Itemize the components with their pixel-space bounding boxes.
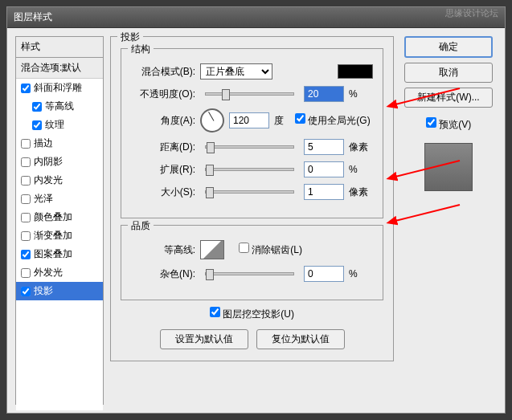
antialias-checkbox[interactable]: 消除锯齿(L) <box>239 243 302 257</box>
style-label: 光泽 <box>34 192 53 206</box>
distance-unit: 像素 <box>349 141 373 154</box>
quality-fieldset: 品质 等高线: 消除锯齿(L) 杂色(N): % <box>121 225 383 300</box>
style-item[interactable]: 投影 <box>16 282 103 300</box>
style-label: 颜色叠加 <box>34 210 72 224</box>
style-item[interactable]: 内发光 <box>16 171 103 190</box>
noise-label: 杂色(N): <box>131 267 195 281</box>
angle-unit: 度 <box>274 114 284 128</box>
style-label: 等高线 <box>45 100 74 113</box>
set-default-button[interactable]: 设置为默认值 <box>160 329 248 349</box>
cancel-button[interactable]: 取消 <box>404 63 493 83</box>
opacity-input[interactable] <box>304 86 344 102</box>
size-input[interactable] <box>304 184 344 200</box>
style-label: 内发光 <box>34 173 63 187</box>
style-item[interactable]: 图案叠加 <box>16 245 103 263</box>
style-checkbox[interactable] <box>21 139 31 149</box>
style-checkbox[interactable] <box>21 157 31 167</box>
knockout-checkbox[interactable]: 图层挖空投影(U) <box>210 308 294 320</box>
size-slider[interactable] <box>205 190 294 194</box>
style-checkbox[interactable] <box>32 102 42 112</box>
style-label: 渐变叠加 <box>34 229 72 243</box>
style-checkbox[interactable] <box>21 250 31 259</box>
dialog-title: 图层样式 <box>14 11 52 22</box>
style-item[interactable]: 内阴影 <box>16 153 103 171</box>
opacity-slider[interactable] <box>205 92 294 96</box>
contour-label: 等高线: <box>131 243 195 257</box>
style-checkbox[interactable] <box>21 268 31 278</box>
styles-header: 样式 <box>16 37 103 58</box>
opacity-label: 不透明度(O): <box>131 88 195 101</box>
style-item[interactable]: 斜面和浮雕 <box>16 79 103 97</box>
style-item[interactable]: 描边 <box>16 134 103 153</box>
style-checkbox[interactable] <box>21 176 31 186</box>
blend-mode-select[interactable]: 正片叠底 <box>200 63 272 80</box>
style-list: 斜面和浮雕等高线纹理描边内阴影内发光光泽颜色叠加渐变叠加图案叠加外发光投影 <box>16 79 103 410</box>
right-panel: 确定 取消 新建样式(W)... 预览(V) <box>400 36 497 405</box>
spread-input[interactable] <box>304 161 344 177</box>
style-label: 纹理 <box>45 118 64 132</box>
angle-label: 角度(A): <box>131 114 195 128</box>
structure-fieldset: 结构 混合模式(B): 正片叠底 不透明度(O): % 角度 <box>121 48 383 218</box>
style-item[interactable]: 外发光 <box>16 263 103 282</box>
blend-options[interactable]: 混合选项:默认 <box>16 58 103 79</box>
noise-slider[interactable] <box>205 272 294 275</box>
spread-label: 扩展(R): <box>131 163 195 177</box>
style-checkbox[interactable] <box>21 213 31 222</box>
blend-mode-label: 混合模式(B): <box>131 65 195 79</box>
angle-dial[interactable] <box>200 108 224 133</box>
spread-unit: % <box>349 164 373 175</box>
shadow-fieldset: 投影 结构 混合模式(B): 正片叠底 不透明度(O): % <box>110 36 394 361</box>
contour-picker[interactable] <box>200 240 224 259</box>
new-style-button[interactable]: 新建样式(W)... <box>404 88 493 108</box>
structure-title: 结构 <box>128 43 154 56</box>
layer-style-dialog: 思缘设计论坛 图层样式 样式 混合选项:默认 斜面和浮雕等高线纹理描边内阴影内发… <box>6 6 506 414</box>
distance-label: 距离(D): <box>131 141 195 154</box>
style-item[interactable]: 光泽 <box>16 190 103 208</box>
shadow-color-swatch[interactable] <box>338 64 373 79</box>
ok-button[interactable]: 确定 <box>404 36 493 58</box>
opacity-unit: % <box>349 88 373 100</box>
distance-input[interactable] <box>304 139 344 155</box>
style-checkbox[interactable] <box>21 84 31 93</box>
spread-slider[interactable] <box>205 168 294 171</box>
style-item[interactable]: 纹理 <box>16 116 103 134</box>
shadow-panel: 投影 结构 混合模式(B): 正片叠底 不透明度(O): % <box>110 36 394 405</box>
style-checkbox[interactable] <box>21 194 31 204</box>
style-label: 投影 <box>34 284 53 298</box>
size-unit: 像素 <box>349 186 373 199</box>
style-item[interactable]: 渐变叠加 <box>16 226 103 245</box>
angle-input[interactable] <box>229 112 269 128</box>
quality-title: 品质 <box>128 219 154 233</box>
style-label: 外发光 <box>34 266 63 279</box>
reset-default-button[interactable]: 复位为默认值 <box>256 329 345 349</box>
style-label: 描边 <box>34 137 53 150</box>
style-checkbox[interactable] <box>21 231 31 241</box>
size-label: 大小(S): <box>131 186 195 199</box>
style-item[interactable]: 颜色叠加 <box>16 208 103 226</box>
style-checkbox[interactable] <box>32 120 42 130</box>
noise-input[interactable] <box>304 266 344 282</box>
preview-checkbox[interactable]: 预览(V) <box>426 117 471 132</box>
style-label: 内阴影 <box>34 155 63 169</box>
style-checkbox[interactable] <box>21 287 31 296</box>
noise-unit: % <box>349 268 373 279</box>
distance-slider[interactable] <box>205 145 294 149</box>
styles-panel: 样式 混合选项:默认 斜面和浮雕等高线纹理描边内阴影内发光光泽颜色叠加渐变叠加图… <box>15 36 104 405</box>
style-label: 斜面和浮雕 <box>34 81 82 95</box>
style-item[interactable]: 等高线 <box>16 97 103 116</box>
style-label: 图案叠加 <box>34 247 72 261</box>
global-light-checkbox[interactable]: 使用全局光(G) <box>295 113 371 128</box>
titlebar: 图层样式 <box>7 7 505 28</box>
preview-swatch <box>424 143 473 191</box>
